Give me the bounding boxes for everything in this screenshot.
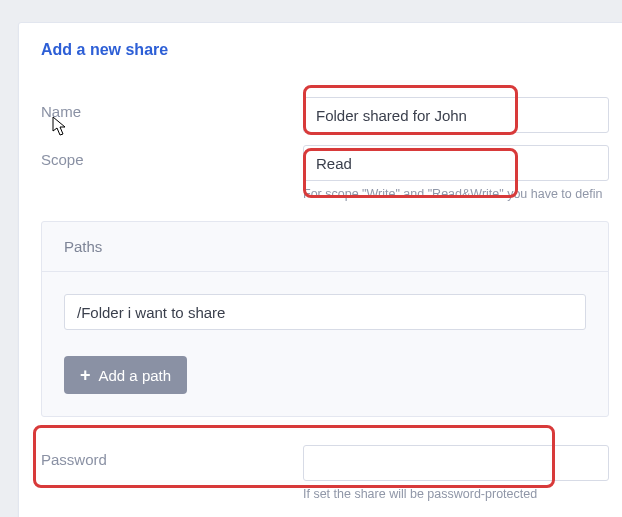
scope-select[interactable]: Read [303,145,609,181]
paths-title: Paths [42,222,608,272]
share-form-card: Add a new share Name Scope Read For scop… [18,22,622,517]
paths-panel: Paths + Add a path [41,221,609,417]
name-label: Name [41,97,303,120]
row-name: Name [41,97,609,133]
password-input[interactable] [303,445,609,481]
add-path-button[interactable]: + Add a path [64,356,187,394]
row-password: Password If set the share will be passwo… [41,445,609,501]
scope-label: Scope [41,145,303,168]
name-input[interactable] [303,97,609,133]
row-scope: Scope Read For scope "Write" and "Read&W… [41,145,609,201]
form-body: Name Scope Read For scope "Write" and "R… [19,77,622,517]
password-hint: If set the share will be password-protec… [303,487,609,501]
form-title: Add a new share [19,23,622,77]
scope-hint: For scope "Write" and "Read&Write" you h… [303,187,609,201]
path-input[interactable] [64,294,586,330]
add-path-label: Add a path [99,367,172,384]
plus-icon: + [80,366,91,384]
password-label: Password [41,445,303,468]
scope-value: Read [316,155,352,172]
